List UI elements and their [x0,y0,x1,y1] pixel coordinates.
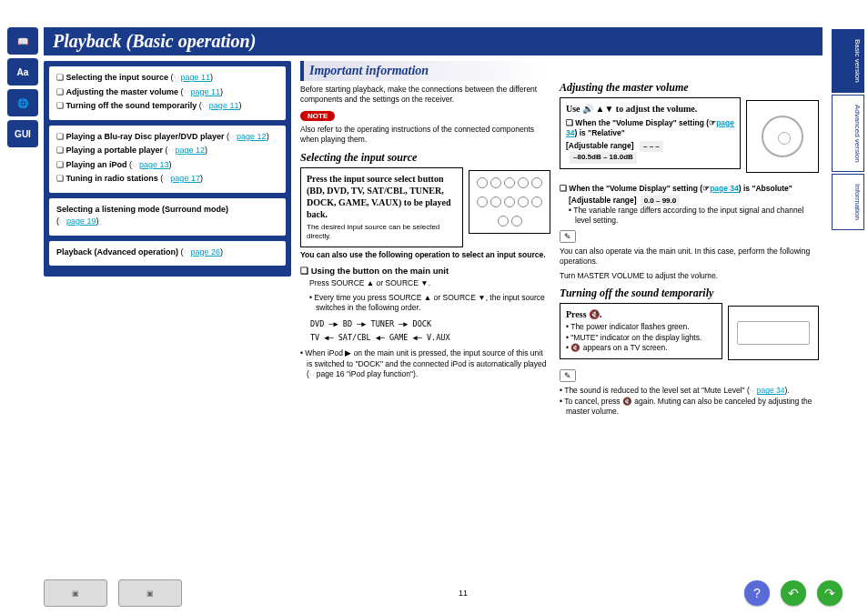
also-use-text: You can also use the following operation… [300,250,550,260]
pencil-icon-2: ✎ [560,369,576,382]
page-number: 11 [459,589,468,598]
select-callout: Press the input source select button (BD… [300,167,463,247]
toc-group-1: ❏ Selecting the input source (☞page 11) … [49,66,286,120]
important-intro: Before starting playback, make the conne… [300,85,550,106]
link-page-11b[interactable]: page 11 [191,87,221,96]
main-unit-op-note: You can also operate via the main unit. … [560,247,819,267]
next-page-button[interactable]: ↷ [817,580,843,606]
globe-icon[interactable]: 🌐 [7,89,38,116]
source-flow-diagram: DVD ─▶ BD ─▶ TUNER ─▶ DOCK TV ◀─ SAT/CBL… [300,314,550,349]
link-page-26[interactable]: page 26 [191,247,221,257]
toc-group-2: ❏ Playing a Blu-ray Disc player/DVD play… [49,126,286,193]
link-page-34c[interactable]: page 34 [757,386,785,395]
tab-advanced[interactable]: Advanced version [832,95,864,173]
link-page-34b[interactable]: page 34 [710,184,739,193]
note-badge: NOTE [300,111,335,121]
adjust-callout: Use 🔊 ▲▼ to adjust the volume. ❏ When th… [560,97,741,169]
mute-notes: The sound is reduced to the level set at… [560,386,819,417]
heading-adjust-volume: Adjusting the master volume [560,81,819,95]
heading-using-button-main-unit: ❏ Using the button on the main unit [300,266,550,276]
device-front-illustration [728,306,819,360]
link-page-19[interactable]: page 19 [66,216,96,226]
note-text: Also refer to the operating instructions… [300,125,550,146]
toc-group-3: Selecting a listening mode (Surround mod… [49,198,286,236]
tab-information[interactable]: Information [832,174,864,230]
link-page-17[interactable]: page 17 [170,174,200,183]
help-button[interactable]: ? [744,580,770,606]
device-thumb-back[interactable]: ▣ [44,579,107,607]
turn-master-vol: Turn MASTER VOLUME to adjust the volume. [560,271,819,281]
sidebar-icons: 📖 Aa 🌐 GUI [7,27,38,147]
toc-group-4: Playback (Advanced operation) (☞page 26) [49,241,286,267]
toc-column: ❏ Selecting the input source (☞page 11) … [44,61,291,418]
link-page-11c[interactable]: page 11 [209,101,239,110]
page-title: Playback (Basic operation) [44,27,823,55]
heading-turn-off-sound: Turning off the sound temporarily [560,287,819,300]
gui-icon[interactable]: GUI [7,120,38,147]
right-column: Adjusting the master volume Use 🔊 ▲▼ to … [560,61,819,418]
toc-box: ❏ Selecting the input source (☞page 11) … [44,61,291,277]
prev-page-button[interactable]: ↶ [781,580,806,606]
link-page-12b[interactable]: page 12 [176,146,206,155]
link-page-11a[interactable]: page 11 [181,73,211,82]
link-page-13[interactable]: page 13 [139,160,169,169]
page-body: Playback (Basic operation) ❏ Selecting t… [44,27,823,418]
ipod-note: When iPod ▶ on the main unit is pressed,… [300,348,550,379]
section-tabs: Basic version Advanced version Informati… [832,29,864,230]
heading-important-info: Important information [300,61,550,81]
press-source-line: Press SOURCE ▲ or SOURCE ▼. [309,278,550,288]
abs-note: The variable range differs according to … [569,206,819,226]
heading-selecting-input: Selecting the input source [300,151,550,165]
device-thumb-front[interactable]: ▣ [118,579,182,607]
pencil-icon: ✎ [560,230,576,243]
font-size-icon[interactable]: Aa [7,58,38,86]
remote-nav-illustration [746,100,819,173]
middle-column: Important information Before starting pl… [300,61,550,418]
press-detail: Every time you press SOURCE ▲ or SOURCE … [309,293,550,314]
tab-basic[interactable]: Basic version [832,29,864,93]
book-icon[interactable]: 📖 [7,27,38,55]
footer: ▣ ▣ 11 ? ↶ ↷ [44,579,843,607]
link-page-12a[interactable]: page 12 [237,132,267,141]
remote-panel-illustration [469,170,550,234]
mute-callout: Press 🔇. The power indicator flashes gre… [560,303,722,358]
